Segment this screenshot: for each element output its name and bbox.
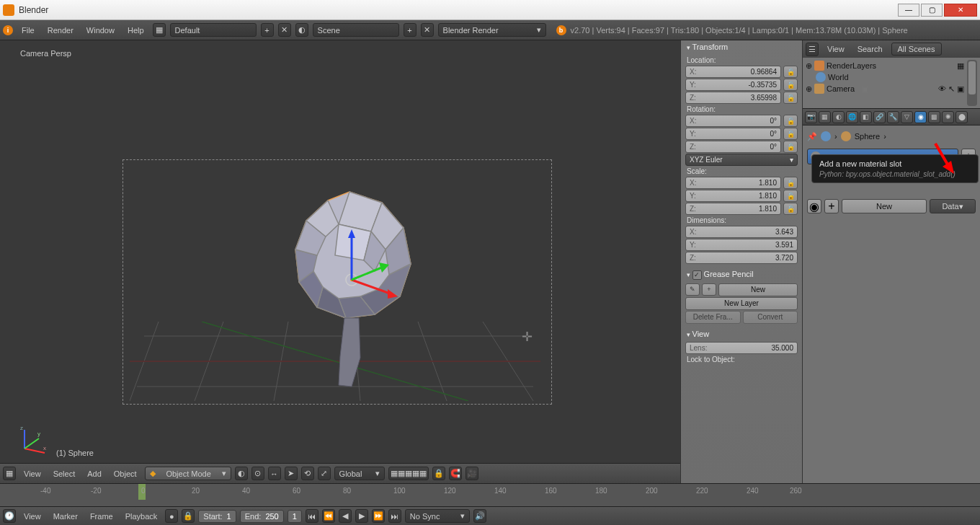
dim-y-field[interactable]: Y:3.591 [685, 239, 798, 251]
grease-add-icon[interactable]: + [702, 283, 716, 296]
material-browse-icon[interactable]: ◉ [807, 199, 821, 213]
lock-y-icon[interactable]: 🔓 [783, 79, 798, 91]
outliner-menu-view[interactable]: View [823, 43, 849, 55]
tab-constraints-icon[interactable]: 🔗 [873, 111, 886, 123]
grease-new-button[interactable]: New [718, 283, 798, 296]
scene-remove-button[interactable]: ✕ [421, 23, 434, 37]
orientation-dropdown[interactable]: Global▾ [334, 467, 385, 480]
material-add-icon[interactable]: + [824, 199, 839, 213]
tab-material-icon[interactable]: ◉ [914, 111, 927, 123]
layout-add-button[interactable]: + [261, 23, 274, 37]
timeline-menu-marker[interactable]: Marker [49, 511, 82, 522]
scale-icon[interactable]: ⤢ [318, 467, 331, 480]
layers-icon[interactable]: ▦▦▦▦▦ [388, 467, 429, 480]
timeline-ruler[interactable]: -40 -20 0 20 40 60 80 100 120 140 160 18… [0, 484, 980, 506]
translate-icon[interactable]: ➤ [285, 467, 298, 480]
editor-type-icon[interactable]: ▦ [3, 467, 16, 480]
tab-object-icon[interactable]: ◧ [860, 111, 872, 123]
rotation-x-field[interactable]: X:0° [685, 115, 781, 127]
timeline-menu-playback[interactable]: Playback [121, 511, 162, 522]
next-key-icon[interactable]: ⏩ [372, 509, 385, 523]
play-icon[interactable]: ▶ [355, 509, 368, 523]
transform-gizmo[interactable] [317, 221, 404, 307]
timeline-editor-icon[interactable]: 🕐 [3, 509, 16, 523]
menu-file[interactable]: File [17, 25, 39, 36]
pin-icon[interactable]: 📌 [807, 132, 817, 141]
tab-particles-icon[interactable]: ✺ [942, 111, 954, 123]
snap-icon[interactable]: 🧲 [449, 467, 462, 480]
rotation-z-field[interactable]: Z:0° [685, 141, 781, 153]
grease-pencil-icon[interactable]: ✎ [685, 283, 700, 296]
outliner-display-dropdown[interactable]: All Scenes [891, 43, 942, 56]
menu-add[interactable]: Add [83, 468, 106, 480]
scene-browse-icon[interactable]: ◐ [295, 23, 308, 37]
grease-newlayer-button[interactable]: New Layer [685, 297, 798, 310]
3d-viewport[interactable]: Camera Persp [0, 40, 680, 483]
tab-texture-icon[interactable]: ▩ [928, 111, 940, 123]
outliner-item-renderlayers[interactable]: ⊕RenderLayers▦ [806, 60, 964, 71]
lock-z-icon[interactable]: 🔓 [783, 92, 798, 104]
pivot-icon[interactable]: ⊙ [251, 467, 264, 480]
maximize-button[interactable]: ▢ [921, 4, 943, 17]
scale-x-field[interactable]: X:1.810 [685, 177, 781, 189]
scene-dropdown[interactable]: Scene [313, 23, 399, 37]
lock-rz-icon[interactable]: 🔓 [783, 141, 798, 153]
timeline-menu-view[interactable]: View [19, 511, 45, 522]
menu-view[interactable]: View [19, 468, 45, 480]
layout-browse-icon[interactable]: ▦ [153, 23, 166, 37]
close-button[interactable]: ✕ [944, 4, 977, 17]
screen-layout-dropdown[interactable]: Default [170, 23, 257, 37]
lock-icon[interactable]: 🔒 [182, 509, 195, 523]
audio-icon[interactable]: 🔊 [473, 509, 486, 523]
tab-renderlayers-icon[interactable]: ▦ [819, 111, 831, 123]
tab-render-icon[interactable]: 📷 [805, 111, 817, 123]
mode-dropdown[interactable]: ◆Object Mode▾ [145, 467, 231, 480]
timeline-menu-frame[interactable]: Frame [86, 511, 117, 522]
lock-icon[interactable]: 🔒 [432, 467, 445, 480]
scene-add-button[interactable]: + [404, 23, 416, 37]
current-frame-field[interactable]: 1 [288, 510, 302, 523]
outliner-item-camera[interactable]: ⊕Camera▣👁 ↖ ▣ [806, 83, 964, 94]
lock-sz-icon[interactable]: 🔓 [783, 203, 798, 215]
lock-x-icon[interactable]: 🔓 [783, 66, 798, 78]
breadcrumb-object[interactable]: Sphere [855, 132, 880, 141]
tab-data-icon[interactable]: ▽ [901, 111, 913, 123]
jump-end-icon[interactable]: ⏭ [388, 509, 401, 523]
outliner-menu-search[interactable]: Search [853, 43, 887, 55]
rotation-y-field[interactable]: Y:0° [685, 128, 781, 140]
render-icon[interactable]: 🎥 [466, 467, 478, 480]
menu-render[interactable]: Render [43, 25, 78, 36]
grease-panel-header[interactable]: ✓ Grease Pencil [681, 268, 802, 282]
location-z-field[interactable]: Z:3.65998 [685, 92, 781, 104]
tab-modifiers-icon[interactable]: 🔧 [887, 111, 899, 123]
new-material-button[interactable]: New [842, 199, 927, 213]
sync-dropdown[interactable]: No Sync▾ [405, 509, 470, 523]
location-x-field[interactable]: X:0.96864 [685, 66, 781, 78]
transform-panel-header[interactable]: Transform [681, 40, 802, 53]
rotate-icon[interactable]: ⟲ [301, 467, 314, 480]
autokey-icon[interactable]: ● [165, 509, 178, 523]
menu-window[interactable]: Window [82, 25, 119, 36]
editor-type-icon[interactable]: i [3, 25, 13, 35]
material-link-dropdown[interactable]: Data ▾ [930, 199, 976, 213]
tab-physics-icon[interactable]: ⬤ [956, 111, 968, 123]
rotation-mode-dropdown[interactable]: XYZ Euler▾ [685, 154, 798, 166]
layout-remove-button[interactable]: ✕ [278, 23, 291, 37]
menu-select[interactable]: Select [49, 468, 80, 480]
scale-y-field[interactable]: Y:1.810 [685, 190, 781, 202]
end-frame-field[interactable]: End:250 [240, 510, 284, 523]
dim-x-field[interactable]: X:3.643 [685, 226, 798, 238]
manipulator-toggle[interactable]: ↔ [268, 467, 281, 480]
lock-sx-icon[interactable]: 🔓 [783, 177, 798, 189]
render-engine-dropdown[interactable]: Blender Render▾ [438, 23, 546, 37]
scale-z-field[interactable]: Z:1.810 [685, 203, 781, 215]
lock-ry-icon[interactable]: 🔓 [783, 128, 798, 140]
dim-z-field[interactable]: Z:3.720 [685, 252, 798, 264]
menu-object[interactable]: Object [110, 468, 141, 480]
outliner-scrollbar[interactable] [967, 60, 977, 106]
outliner-item-world[interactable]: World [806, 71, 964, 83]
location-y-field[interactable]: Y:-0.35735 [685, 79, 781, 91]
shading-icon[interactable]: ◐ [235, 467, 248, 480]
outliner-editor-icon[interactable]: ☰ [806, 43, 819, 56]
minimize-button[interactable]: — [898, 4, 919, 17]
